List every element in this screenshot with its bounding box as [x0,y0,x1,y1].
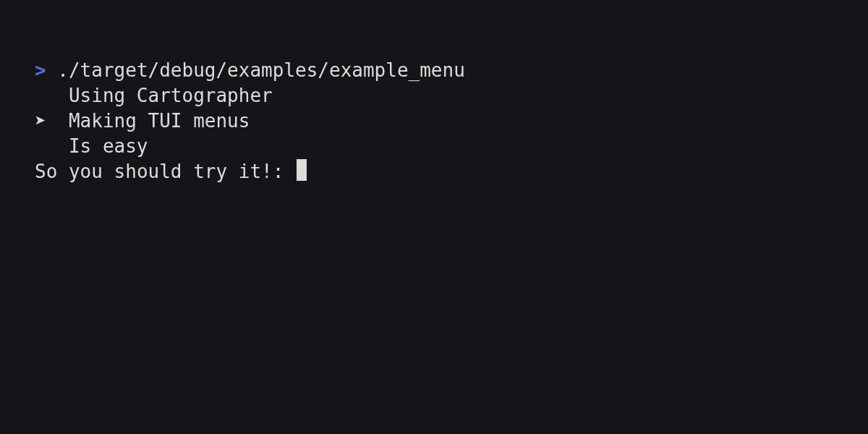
menu-item-label: Using Cartographer [69,83,273,109]
menu-pointer-icon: ➤ [35,109,69,134]
menu-item-label: Is easy [69,134,148,159]
command-text: ./target/debug/examples/example_menu [57,58,465,83]
menu-item[interactable]: Is easy [35,134,833,159]
prompt-spacer [46,58,58,83]
prompt-symbol: > [35,58,46,83]
menu-pointer [35,134,69,159]
menu-item-selected[interactable]: ➤ Making TUI menus [35,109,833,134]
input-prompt-text: So you should try it!: [35,159,295,184]
menu-item-label: Making TUI menus [69,109,250,134]
menu-pointer [35,83,69,109]
input-prompt-line[interactable]: So you should try it!: [35,159,833,184]
cursor-block-icon [297,159,307,181]
menu-item[interactable]: Using Cartographer [35,83,833,109]
command-line: > ./target/debug/examples/example_menu [35,58,833,83]
